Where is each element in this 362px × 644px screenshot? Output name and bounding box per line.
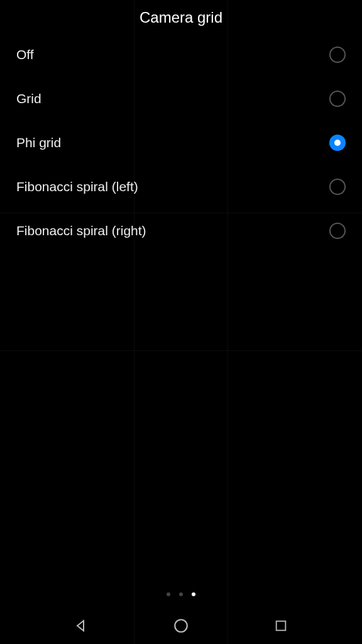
- dot: [179, 592, 183, 596]
- option-grid[interactable]: Grid: [0, 77, 362, 121]
- pagination-dots: [0, 592, 362, 596]
- home-icon[interactable]: [172, 617, 190, 635]
- recent-apps-icon[interactable]: [272, 617, 290, 635]
- radio-icon: [329, 91, 346, 107]
- dot: [167, 592, 170, 596]
- option-fib-right[interactable]: Fibonacci spiral (right): [0, 209, 362, 253]
- option-phi-grid[interactable]: Phi grid: [0, 121, 362, 165]
- radio-icon: [329, 47, 346, 63]
- option-off[interactable]: Off: [0, 33, 362, 77]
- svg-point-0: [175, 619, 187, 632]
- option-list: Off Grid Phi grid Fibonacci spiral (left…: [0, 33, 362, 253]
- back-icon[interactable]: [72, 617, 90, 635]
- radio-icon: [329, 223, 346, 239]
- option-label: Fibonacci spiral (left): [16, 179, 138, 194]
- radio-icon-selected: [329, 135, 346, 151]
- radio-icon: [329, 179, 346, 195]
- option-label: Off: [16, 47, 34, 62]
- option-label: Fibonacci spiral (right): [16, 223, 146, 238]
- page-title: Camera grid: [0, 0, 362, 33]
- option-label: Grid: [16, 91, 41, 106]
- option-label: Phi grid: [16, 135, 61, 150]
- svg-rect-1: [276, 621, 285, 631]
- dot-active: [192, 592, 195, 596]
- system-navbar: [0, 608, 362, 644]
- option-fib-left[interactable]: Fibonacci spiral (left): [0, 165, 362, 209]
